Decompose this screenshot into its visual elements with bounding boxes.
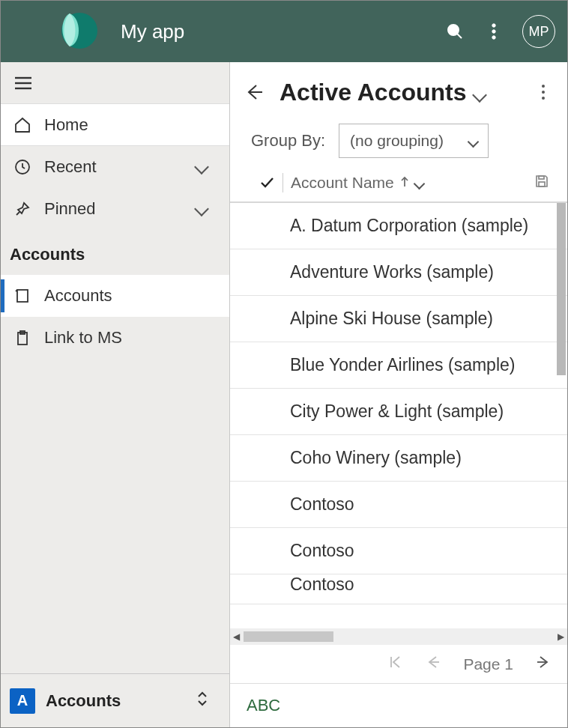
chevron-down-icon	[415, 174, 423, 192]
view-title: Active Accounts	[280, 79, 467, 106]
sidebar-item-pinned[interactable]: Pinned	[1, 188, 229, 230]
svg-point-3	[492, 24, 495, 27]
page-first-button[interactable]	[388, 655, 403, 673]
cell-account-name: Adventure Works (sample)	[290, 262, 494, 282]
sidebar-item-home[interactable]: Home	[1, 104, 229, 146]
chevron-up-down-icon	[196, 690, 208, 712]
sidebar-item-label: Home	[44, 115, 88, 135]
table-row[interactable]: Blue Yonder Airlines (sample)	[230, 342, 567, 389]
app-logo	[56, 10, 98, 52]
svg-point-4	[492, 30, 495, 33]
svg-rect-19	[539, 182, 545, 186]
column-header-label: Account Name	[291, 174, 394, 192]
pin-icon	[13, 199, 32, 219]
back-button[interactable]	[242, 82, 266, 102]
view-selector[interactable]: Active Accounts	[280, 79, 485, 106]
main-panel: Active Accounts Group By: (no grouping)	[230, 62, 567, 727]
svg-point-16	[542, 85, 545, 88]
sidebar-item-label: Link to MS	[44, 328, 122, 348]
area-switcher[interactable]: A Accounts	[1, 673, 229, 727]
scroll-right-icon[interactable]: ▶	[558, 631, 564, 642]
horizontal-scrollbar[interactable]: ◀ ▶	[230, 628, 567, 645]
cell-account-name: Contoso	[290, 574, 354, 595]
select-all-checkbox[interactable]	[259, 175, 275, 190]
cell-account-name: City Power & Light (sample)	[290, 401, 504, 422]
chevron-down-icon	[196, 199, 207, 219]
svg-point-5	[492, 36, 495, 39]
table-row[interactable]: Contoso	[230, 482, 567, 528]
hamburger-menu-button[interactable]	[1, 62, 229, 104]
group-by-value: (no grouping)	[350, 132, 444, 150]
group-by-row: Group By: (no grouping)	[230, 122, 567, 170]
sidebar-section-header: Accounts	[1, 230, 229, 275]
page-prev-button[interactable]	[426, 655, 441, 673]
svg-point-18	[542, 97, 545, 100]
chevron-down-icon	[474, 79, 485, 106]
cell-account-name: Blue Yonder Airlines (sample)	[290, 355, 515, 375]
group-by-select[interactable]: (no grouping)	[339, 124, 489, 158]
svg-line-2	[457, 34, 462, 38]
svg-point-17	[542, 91, 545, 94]
sidebar: Home Recent Pinned Accounts	[1, 62, 230, 727]
table-row[interactable]: A. Datum Corporation (sample)	[230, 203, 567, 249]
area-label: Accounts	[46, 691, 121, 711]
sort-asc-icon	[400, 174, 409, 192]
cell-account-name: Alpine Ski House (sample)	[290, 309, 493, 329]
clock-icon	[13, 157, 32, 177]
table-row[interactable]: Contoso	[230, 574, 567, 604]
grid-rows: A. Datum Corporation (sample) Adventure …	[230, 203, 567, 628]
svg-rect-11	[17, 290, 28, 302]
scroll-left-icon[interactable]: ◀	[233, 631, 240, 642]
table-row[interactable]: Alpine Ski House (sample)	[230, 296, 567, 342]
view-header: Active Accounts	[230, 62, 567, 122]
cell-account-name: Contoso	[290, 541, 354, 561]
scroll-thumb[interactable]	[244, 631, 333, 642]
alpha-jump-label: ABC	[247, 696, 280, 715]
alpha-jump-bar[interactable]: ABC	[230, 684, 567, 727]
table-row[interactable]: Coho Winery (sample)	[230, 435, 567, 482]
accounts-icon	[13, 286, 32, 306]
sidebar-item-recent[interactable]: Recent	[1, 146, 229, 188]
column-header-row: Account Name	[230, 170, 567, 203]
table-row[interactable]: Adventure Works (sample)	[230, 249, 567, 296]
sidebar-item-accounts[interactable]: Accounts	[1, 275, 229, 317]
view-more-button[interactable]	[531, 83, 555, 101]
cell-account-name: Contoso	[290, 494, 354, 515]
sidebar-item-label: Recent	[44, 157, 97, 177]
chevron-down-icon	[469, 132, 477, 150]
vertical-scrollbar[interactable]	[557, 203, 566, 375]
user-avatar[interactable]: MP	[522, 15, 555, 48]
column-divider	[283, 173, 283, 192]
more-vertical-icon[interactable]	[479, 16, 509, 46]
pager: Page 1	[230, 645, 567, 684]
page-next-button[interactable]	[536, 655, 551, 673]
table-row[interactable]: Contoso	[230, 528, 567, 574]
page-label: Page 1	[463, 655, 513, 673]
search-icon[interactable]	[440, 16, 470, 46]
svg-line-10	[16, 212, 19, 215]
table-row[interactable]: City Power & Light (sample)	[230, 389, 567, 435]
sidebar-item-link-to-ms[interactable]: Link to MS	[1, 317, 229, 359]
sidebar-item-label: Pinned	[44, 199, 96, 219]
home-icon	[13, 115, 32, 135]
cell-account-name: Coho Winery (sample)	[290, 448, 462, 468]
group-by-label: Group By:	[251, 131, 325, 151]
sidebar-item-label: Accounts	[44, 286, 112, 306]
area-tile: A	[10, 688, 35, 714]
clipboard-icon	[13, 328, 32, 348]
chevron-down-icon	[196, 157, 207, 177]
svg-rect-20	[539, 176, 544, 179]
svg-point-1	[448, 25, 459, 35]
cell-account-name: A. Datum Corporation (sample)	[290, 216, 528, 236]
save-icon[interactable]	[534, 174, 549, 192]
app-title: My app	[121, 20, 184, 43]
column-header-account-name[interactable]: Account Name	[291, 174, 423, 192]
app-bar: My app MP	[1, 1, 567, 62]
